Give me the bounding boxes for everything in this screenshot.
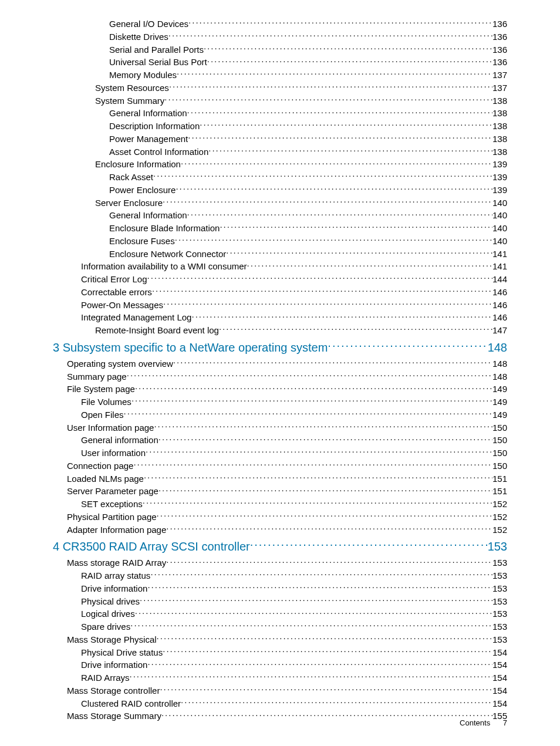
toc-chapter-entry[interactable]: 4 CR3500 RAID Array SCSI controller153 [53, 538, 507, 555]
toc-entry-label: User information [81, 447, 146, 460]
toc-entry-label: Asset Control Information [109, 146, 208, 158]
page-footer: Contents 7 [460, 718, 507, 727]
toc-entry[interactable]: Mass Storage Summary155 [53, 710, 507, 723]
toc-entry[interactable]: Clustered RAID controller154 [53, 697, 507, 710]
toc-leader-dots [146, 447, 492, 456]
toc-leader-dots [140, 596, 492, 605]
toc-entry[interactable]: Critical Error Log144 [53, 273, 507, 286]
toc-entry[interactable]: File Volumes149 [53, 396, 507, 409]
toc-leader-dots [200, 120, 492, 129]
toc-entry[interactable]: File System page149 [53, 383, 507, 396]
toc-entry-page: 136 [492, 18, 507, 31]
toc-entry[interactable]: Summary page148 [53, 370, 507, 383]
toc-entry[interactable]: Universal Serial Bus Port136 [53, 56, 507, 69]
toc-entry[interactable]: Physical drives 153 [53, 595, 507, 608]
toc-leader-dots [219, 325, 492, 333]
toc-entry[interactable]: User information150 [53, 447, 507, 460]
toc-entry-label: Spare drives [81, 620, 130, 633]
toc-entry-page: 136 [492, 56, 507, 69]
toc-entry[interactable]: Drive information153 [53, 582, 507, 595]
toc-entry-page: 153 [492, 633, 507, 646]
toc-leader-dots [207, 56, 492, 65]
toc-entry[interactable]: Diskette Drives136 [53, 31, 507, 43]
toc-entry[interactable]: Enclosure Information139 [53, 158, 507, 171]
toc-entry-label: Universal Serial Bus Port [109, 56, 207, 69]
toc-entry[interactable]: General information150 [53, 434, 507, 447]
toc-leader-dots [131, 396, 492, 405]
toc-entry[interactable]: General Information138 [53, 107, 507, 120]
toc-leader-dots [220, 222, 492, 231]
toc-entry[interactable]: Mass Storage Physical153 [53, 633, 507, 646]
toc-entry-page: 154 [492, 697, 507, 710]
toc-entry-label: Server Enclosure [95, 197, 163, 210]
toc-entry[interactable]: Connection page150 [53, 460, 507, 472]
toc-entry[interactable]: Correctable errors146 [53, 286, 507, 299]
toc-entry-label: Power Enclosure [109, 184, 176, 197]
toc-entry[interactable]: Physical Partition page152 [53, 511, 507, 524]
toc-entry-label: Drive information [81, 582, 147, 595]
toc-entry[interactable]: Server Enclosure140 [53, 197, 507, 210]
toc-entry[interactable]: Enclosure Network Connector141 [53, 248, 507, 261]
toc-entry[interactable]: Enclosure Blade Information140 [53, 222, 507, 235]
toc-entry[interactable]: Adapter Information page152 [53, 524, 507, 536]
toc-entry[interactable]: Memory Modules137 [53, 69, 507, 82]
toc-entry[interactable]: Server Parameter page151 [53, 485, 507, 498]
toc-entry[interactable]: RAID array status153 [53, 569, 507, 582]
toc-leader-dots [130, 621, 492, 630]
toc-entry[interactable]: Enclosure Fuses140 [53, 235, 507, 248]
toc-entry-page: 153 [492, 569, 507, 582]
toc-entry[interactable]: Spare drives153 [53, 620, 507, 633]
toc-entry-label: 3 Subsystem specific to a NetWare operat… [53, 339, 328, 356]
toc-entry-page: 154 [492, 646, 507, 659]
toc-leader-dots [208, 146, 492, 155]
toc-entry-page: 137 [492, 82, 507, 94]
toc-entry[interactable]: System Summary 138 [53, 94, 507, 107]
toc-entry-label: User Information page [67, 421, 154, 434]
toc-entry[interactable]: General I/O Devices136 [53, 18, 507, 31]
toc-entry-label: Serial and Parallel Ports [109, 43, 204, 56]
toc-entry[interactable]: Drive information154 [53, 659, 507, 671]
toc-entry-page: 150 [492, 434, 507, 447]
toc-entry[interactable]: Power Management138 [53, 133, 507, 146]
toc-entry[interactable]: System Resources 137 [53, 82, 507, 94]
toc-leader-dots [153, 171, 492, 180]
toc-entry[interactable]: Power Enclosure139 [53, 184, 507, 197]
toc-entry[interactable]: Information availability to a WMI consum… [53, 260, 507, 273]
toc-leader-dots [144, 473, 492, 482]
toc-entry[interactable]: Loaded NLMs page151 [53, 472, 507, 485]
toc-entry[interactable]: Description Information138 [53, 120, 507, 133]
toc-entry[interactable]: Mass storage RAID Array153 [53, 556, 507, 569]
toc-entry-label: Critical Error Log [81, 273, 147, 286]
toc-entry[interactable]: SET exceptions152 [53, 498, 507, 511]
toc-entry-page: 154 [492, 684, 507, 697]
toc-entry[interactable]: Operating system overview148 [53, 357, 507, 370]
toc-entry[interactable]: Physical Drive status154 [53, 646, 507, 659]
toc-entry[interactable]: Logical drives153 [53, 607, 507, 620]
toc-entry-page: 146 [492, 311, 507, 324]
toc-entry-label: Clustered RAID controller [81, 697, 181, 710]
toc-leader-dots [147, 274, 492, 282]
toc-entry[interactable]: Remote-Insight Board event log147 [53, 324, 507, 337]
toc-entry[interactable]: Asset Control Information138 [53, 146, 507, 158]
toc-entry-page: 147 [492, 324, 507, 337]
toc-entry[interactable]: Power-On Messages146 [53, 299, 507, 312]
toc-leader-dots [154, 422, 492, 431]
toc-entry-label: Drive information [81, 659, 147, 671]
toc-entry[interactable]: Serial and Parallel Ports136 [53, 43, 507, 56]
toc-entry[interactable]: User Information page150 [53, 421, 507, 434]
toc-entry-page: 152 [492, 498, 507, 511]
toc-entry[interactable]: Rack Asset139 [53, 171, 507, 184]
toc-leader-dots [187, 210, 492, 218]
toc-chapter-entry[interactable]: 3 Subsystem specific to a NetWare operat… [53, 339, 507, 356]
toc-entry[interactable]: Mass Storage controller154 [53, 684, 507, 697]
toc-entry-page: 153 [488, 538, 507, 555]
toc-leader-dots [147, 583, 492, 592]
toc-entry[interactable]: General Information140 [53, 209, 507, 222]
toc-leader-dots [158, 485, 492, 494]
toc-entry[interactable]: Open Files149 [53, 409, 507, 421]
toc-entry-label: Physical Drive status [81, 646, 163, 659]
toc-entry[interactable]: Integrated Management Log146 [53, 311, 507, 324]
toc-entry-page: 146 [492, 286, 507, 299]
toc-entry[interactable]: RAID Arrays154 [53, 671, 507, 684]
toc-entry-label: Information availability to a WMI consum… [81, 260, 247, 273]
